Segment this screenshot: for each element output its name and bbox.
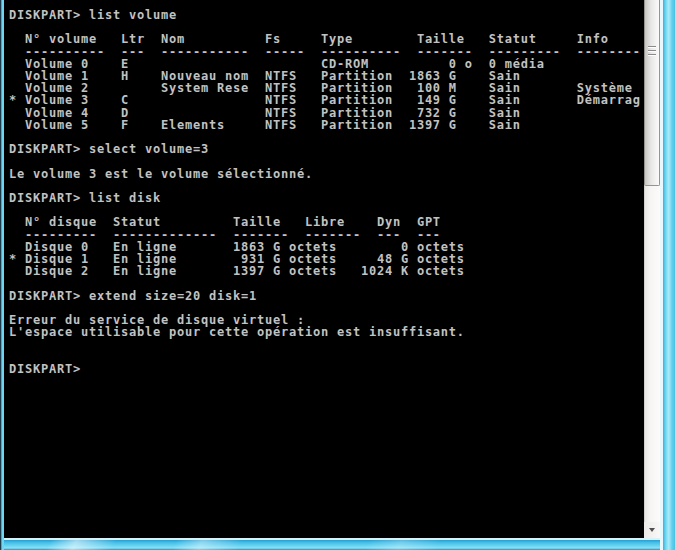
console-client: DISKPART> list volume N° volume Ltr Nom …	[4, 0, 660, 538]
console-screen[interactable]: DISKPART> list volume N° volume Ltr Nom …	[4, 0, 644, 538]
scrollbar-thumb[interactable]	[644, 0, 660, 186]
console-window: DISKPART> list volume N° volume Ltr Nom …	[0, 0, 675, 550]
window-border-right	[660, 0, 675, 550]
window-border-left	[0, 0, 4, 550]
chevron-down-icon	[649, 528, 655, 532]
scrollbar-down-button[interactable]	[644, 522, 660, 538]
vertical-scrollbar[interactable]	[644, 0, 660, 538]
scrollbar-grip-icon	[648, 46, 656, 56]
window-border-bottom	[4, 538, 663, 550]
console-text: DISKPART> list volume N° volume Ltr Nom …	[4, 0, 644, 375]
